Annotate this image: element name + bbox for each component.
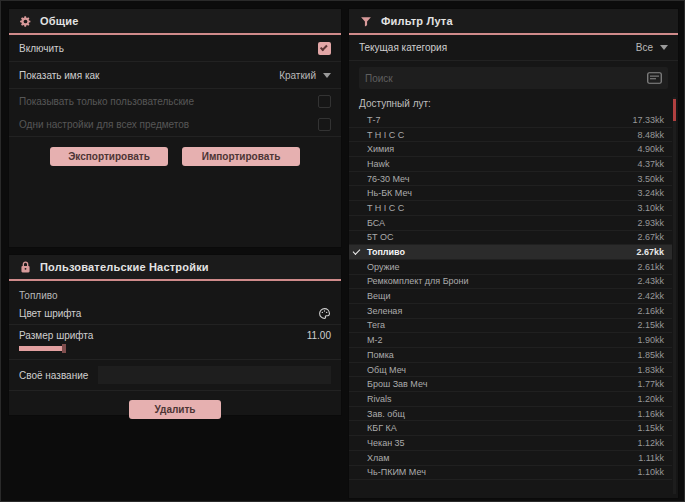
loot-row[interactable]: Оружие 2.61kk (349, 260, 672, 275)
enable-label: Включить (19, 43, 64, 54)
custom-settings-panel: Пользовательские Настройки Топливо Цвет … (9, 255, 341, 415)
delete-row: Удалить (9, 391, 341, 419)
font-color-label: Цвет шрифта (19, 308, 81, 319)
loot-row[interactable]: 5Т ОС 2.67kk (349, 231, 672, 246)
category-label: Текущая категория (359, 42, 447, 53)
scrollbar-track[interactable] (673, 97, 676, 494)
loot-row[interactable]: Hawk 4.37kk (349, 157, 672, 172)
loot-item-name: Тега (367, 320, 385, 330)
filter-panel-header: Фильтр Лута (349, 9, 678, 35)
import-button[interactable]: Импортировать (182, 147, 300, 166)
loot-item-count: 2.42kk (637, 291, 664, 301)
custom-panel-header: Пользовательские Настройки (9, 255, 341, 281)
general-panel-header: Общие (9, 9, 341, 35)
font-size-row: Размер шрифта 11.00 (9, 325, 341, 360)
loot-row[interactable]: Нь-БК Меч 3.24kk (349, 186, 672, 201)
check-icon (353, 247, 361, 255)
loot-row[interactable]: Тега 2.15kk (349, 319, 672, 334)
loot-row[interactable]: Зеленая 2.16kk (349, 304, 672, 319)
enable-row: Включить (9, 35, 341, 62)
loot-row[interactable]: T H I C C 8.48kk (349, 128, 672, 143)
gear-icon (19, 15, 32, 28)
font-size-label: Размер шрифта (19, 330, 93, 341)
chevron-down-icon (660, 45, 668, 50)
loot-row[interactable]: Вещи 2.42kk (349, 289, 672, 304)
loot-item-count: 1.12kk (637, 438, 664, 448)
loot-row[interactable]: Ремкомплект для Брони 2.43kk (349, 275, 672, 290)
category-dropdown[interactable]: Все (636, 42, 668, 53)
loot-item-count: 17.33kk (632, 115, 664, 125)
loot-item-count: 3.24kk (637, 188, 664, 198)
filter-panel-title: Фильтр Лута (381, 15, 453, 27)
font-size-slider[interactable] (19, 346, 65, 351)
loot-row[interactable]: T H I C C 3.10kk (349, 201, 672, 216)
loot-row[interactable]: Химия 4.90kk (349, 142, 672, 157)
export-button[interactable]: Экспортировать (50, 147, 168, 166)
show-name-row: Показать имя как Краткий (9, 62, 341, 89)
custom-name-row: Своё название (9, 360, 341, 391)
loot-item-name: Хлам (367, 453, 389, 463)
loot-item-name: БСА (367, 218, 385, 228)
category-row: Текущая категория Все (349, 35, 678, 61)
palette-icon[interactable] (318, 307, 331, 320)
custom-name-input[interactable] (98, 366, 331, 384)
loot-item-count: 2.67kk (637, 232, 664, 242)
loot-row[interactable]: Помка 1.85kk (349, 348, 672, 363)
custom-panel-title: Пользовательские Настройки (40, 261, 209, 273)
show-name-value: Краткий (279, 70, 316, 81)
loot-row[interactable]: Брош Зав Меч 1.77kk (349, 377, 672, 392)
slider-thumb[interactable] (62, 344, 66, 353)
loot-item-count: 2.43kk (637, 276, 664, 286)
loot-filter-panel: Фильтр Лута Текущая категория Все Доступ… (349, 9, 678, 498)
loot-item-name: Помка (367, 350, 394, 360)
loot-item-count: 1.85kk (637, 350, 664, 360)
only-custom-label: Показывать только пользовательские (19, 96, 194, 107)
loot-row[interactable]: М-2 1.90kk (349, 333, 672, 348)
scrollbar-thumb[interactable] (673, 99, 676, 121)
loot-item-count: 1.90kk (637, 335, 664, 345)
loot-item-name: Нь-БК Меч (367, 188, 412, 198)
only-custom-row: Показывать только пользовательские (9, 89, 341, 113)
search-box (359, 67, 668, 89)
loot-item-count: 1.11kk (638, 453, 664, 463)
loot-row[interactable]: Зав. общ 1.16kk (349, 407, 672, 422)
font-size-value: 11.00 (307, 330, 331, 341)
enable-checkbox[interactable] (318, 42, 331, 55)
loot-item-name: Зеленая (367, 306, 402, 316)
loot-row[interactable]: Чекан 35 1.12kk (349, 436, 672, 451)
loot-item-name: Оружие (367, 262, 400, 272)
loot-row[interactable]: Хлам 1.11kk (349, 451, 672, 466)
loot-row[interactable]: 76-30 Меч 3.50kk (349, 172, 672, 187)
loot-row[interactable]: КБГ КА 1.15kk (349, 421, 672, 436)
loot-item-name: Топливо (367, 247, 405, 257)
only-custom-checkbox[interactable] (318, 95, 331, 108)
loot-row[interactable]: Общ Меч 1.83kk (349, 363, 672, 378)
general-panel-title: Общие (40, 15, 79, 27)
loot-row[interactable]: Топливо 2.67kk (349, 245, 672, 260)
show-name-dropdown[interactable]: Краткий (279, 70, 331, 81)
loot-item-count: 1.16kk (637, 409, 664, 419)
loot-item-name: Химия (367, 144, 394, 154)
loot-item-name: Т-7 (367, 115, 381, 125)
loot-row[interactable]: БСА 2.93kk (349, 216, 672, 231)
same-settings-checkbox[interactable] (318, 118, 331, 131)
loot-item-count: 1.83kk (637, 365, 664, 375)
filter-settings-icon[interactable] (647, 72, 662, 84)
loot-item-name: Общ Меч (367, 365, 406, 375)
loot-item-name: КБГ КА (367, 423, 397, 433)
loot-item-count: 3.50kk (637, 174, 664, 184)
delete-button[interactable]: Удалить (129, 400, 221, 419)
loot-item-name: T H I C C (367, 130, 404, 140)
loot-row[interactable]: Rivals 1.20kk (349, 392, 672, 407)
loot-row[interactable]: Т-7 17.33kk (349, 113, 672, 128)
export-import-row: Экспортировать Импортировать (9, 137, 341, 166)
custom-name-label: Своё название (19, 370, 88, 381)
chevron-down-icon (323, 73, 331, 78)
loot-item-count: 1.15kk (637, 423, 664, 433)
bag-icon (19, 261, 32, 274)
loot-item-name: T H I C C (367, 203, 404, 213)
category-value: Все (636, 42, 653, 53)
loot-row[interactable]: Чь-ПКИМ Меч 1.10kk (349, 466, 672, 481)
loot-item-name: 76-30 Меч (367, 174, 410, 184)
search-input[interactable] (365, 73, 647, 84)
